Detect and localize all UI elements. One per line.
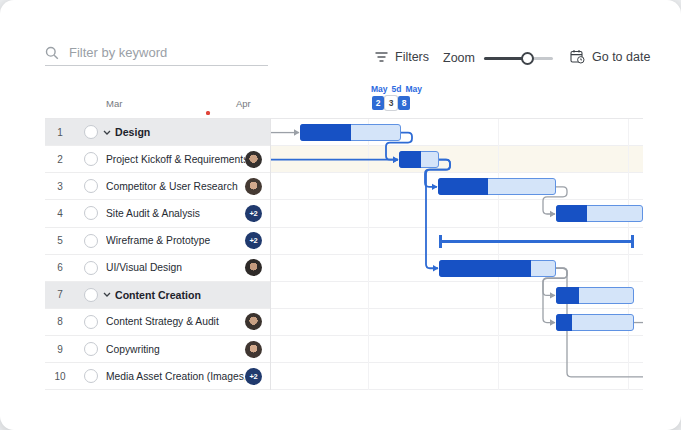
status-circle[interactable] [84,234,98,248]
gantt-bar-row-2[interactable] [399,151,439,168]
gantt-bar-progress [439,260,531,277]
month-label: Mar [106,98,122,109]
filters-button[interactable]: Filters [375,50,429,64]
gantt-bar-progress [556,287,579,304]
search-input[interactable] [67,44,261,61]
assignee-avatar [245,259,262,276]
date-chips: 238 [372,96,410,110]
assignee-count-badge: +2 [245,232,262,249]
gantt-app-window: Filters Zoom Go to date May 5d May 238 M… [0,0,681,430]
month-gridline [368,119,369,390]
row-number: 1 [45,127,75,138]
status-circle[interactable] [84,369,98,383]
month-gridline [628,119,629,390]
gantt-duration-line-row-5[interactable] [439,240,634,243]
status-circle[interactable] [84,179,98,193]
row-number: 4 [45,208,75,219]
status-circle[interactable] [84,206,98,220]
task-name: Site Audit & Analysis [106,208,245,219]
gantt-bar-progress [556,314,572,331]
status-circle[interactable] [84,315,98,329]
assignee-count-badge: +2 [245,368,262,385]
assignee-avatar [245,313,262,330]
date-chip: 3 [385,96,397,110]
assignee-avatar [245,341,262,358]
task-row-9[interactable]: 9Copywriting [45,336,270,363]
task-name: UI/Visual Design [106,262,245,273]
row-number: 3 [45,181,75,192]
task-name: Copywriting [106,344,245,355]
task-name: Media Asset Creation (Images, Videos, et… [106,371,245,382]
chart-row-2 [271,146,643,173]
zoom-slider-handle[interactable] [521,52,534,65]
gantt-bar-progress [399,151,421,168]
task-row-7[interactable]: 7Content Creation [45,282,270,309]
date-chip: 2 [372,96,384,110]
gantt-bar-row-1[interactable] [300,124,401,141]
keyword-filter[interactable] [45,40,268,66]
zoom-slider[interactable] [484,57,553,60]
date-range-preview: May 5d May [371,84,422,94]
assignee-avatar [245,151,262,168]
task-name: Content Creation [115,289,270,301]
task-row-3[interactable]: 3Competitor & User Research [45,173,270,200]
search-icon [45,46,59,60]
gantt-bar-progress [556,205,587,222]
task-row-10[interactable]: 10Media Asset Creation (Images, Videos, … [45,363,270,390]
task-name: Project Kickoff & Requirements Gathering [106,154,245,165]
task-row-8[interactable]: 8Content Strategy & Audit [45,309,270,336]
chevron-down-icon[interactable] [103,292,111,297]
row-number: 10 [45,371,75,382]
task-name: Competitor & User Research [106,181,245,192]
month-gridline [498,119,499,390]
zoom-label: Zoom [443,51,475,65]
month-label: Apr [236,98,251,109]
assignee-count-badge: +2 [245,205,262,222]
preview-end-month: May [405,84,422,94]
go-to-date-label: Go to date [592,50,650,64]
task-row-5[interactable]: 5Wireframe & Prototype+2 [45,228,270,255]
gantt-chart-area [270,118,643,390]
gantt-bar-row-4[interactable] [556,205,643,222]
date-chip: 8 [398,96,410,110]
gantt-bar-row-8[interactable] [556,314,634,331]
gantt-bar-row-7[interactable] [556,287,634,304]
task-list-panel: 1Design2Project Kickoff & Requirements G… [45,118,270,390]
chart-row-9 [271,336,643,363]
go-to-date-button[interactable]: Go to date [570,49,650,64]
gantt-bar-row-3[interactable] [438,178,556,195]
filters-label: Filters [395,50,429,64]
row-number: 5 [45,235,75,246]
task-row-4[interactable]: 4Site Audit & Analysis+2 [45,200,270,227]
chevron-down-icon[interactable] [103,130,111,135]
row-number: 7 [45,289,75,300]
task-row-1[interactable]: 1Design [45,119,270,146]
task-name: Wireframe & Prototype [106,235,245,246]
today-marker [206,111,210,115]
task-name: Content Strategy & Audit [106,316,245,327]
row-number: 9 [45,344,75,355]
row-number: 2 [45,154,75,165]
calendar-clock-icon [570,49,585,64]
status-circle[interactable] [84,342,98,356]
task-row-2[interactable]: 2Project Kickoff & Requirements Gatherin… [45,146,270,173]
assignee-avatar [245,178,262,195]
row-number: 6 [45,262,75,273]
row-number: 8 [45,316,75,327]
chart-row-10 [271,363,643,390]
status-circle[interactable] [84,288,98,302]
preview-duration: 5d [392,84,402,94]
status-circle[interactable] [84,261,98,275]
status-circle[interactable] [84,125,98,139]
gantt-bar-progress [300,124,351,141]
gantt-bar-progress [438,178,488,195]
filter-icon [375,51,388,63]
preview-start-month: May [371,84,388,94]
task-row-6[interactable]: 6UI/Visual Design [45,255,270,282]
status-circle[interactable] [84,152,98,166]
task-name: Design [115,126,270,138]
gantt-bar-row-6[interactable] [439,260,556,277]
